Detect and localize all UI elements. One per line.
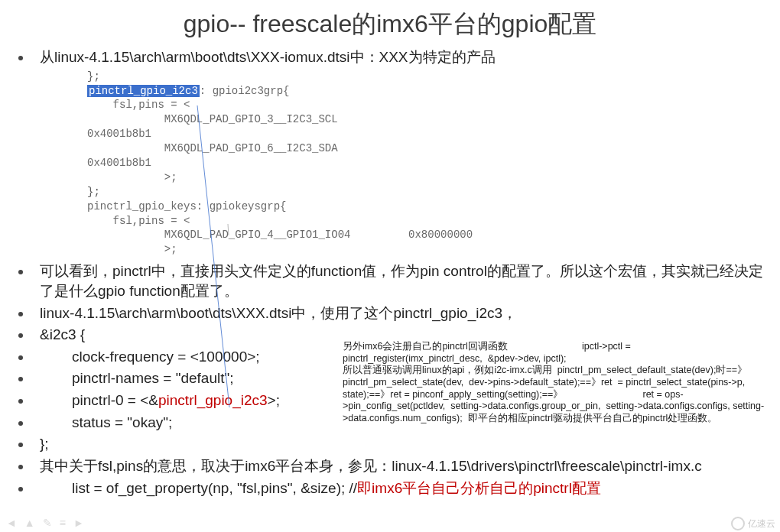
code-highlight: pinctrl_gpio_i2c3 [87,85,200,97]
arrow-up-icon[interactable]: ▲ [24,517,35,529]
bullet-3-text: linux-4.1.15\arch\arm\boot\dts\XXX.dtsi中… [40,303,765,323]
code-snippet: }; pinctrl_gpio_i2c3: gpioi2c3grp{ fsl,p… [87,70,765,258]
bullet-icon [18,487,23,491]
bullet-icon [18,270,23,274]
bullet-icon [18,399,23,404]
toolbar-icons: ◄ ▲ ✎ ≡ ► [6,517,84,529]
menu-icon[interactable]: ≡ [60,517,66,529]
bullet-11-text: list = of_get_property(np, "fsl,pins", &… [40,478,765,498]
pinctrl-ref: pinctrl_gpio_i2c3 [158,392,268,408]
bullet-11: list = of_get_property(np, "fsl,pins", &… [18,478,765,498]
edit-icon[interactable]: ✎ [43,517,52,529]
watermark: 亿速云 [731,517,775,530]
slide-content: 从linux-4.1.15\arch\arm\boot\dts\XXX-iomu… [0,47,780,498]
bullet-2: 可以看到，pinctrl中，直接用头文件定义的function值，作为pin c… [18,261,765,300]
bullet-icon [18,333,23,338]
bullet-icon [18,312,23,316]
bullet-10: 其中关于fsl,pins的意思，取决于imx6平台本身，参见：linux-4.1… [18,456,765,476]
bullet-3: linux-4.1.15\arch\arm\boot\dts\XXX.dtsi中… [18,303,765,323]
bullet-10-text: 其中关于fsl,pins的意思，取决于imx6平台本身，参见：linux-4.1… [40,456,765,476]
bullet-icon [18,355,23,360]
bullet-1: 从linux-4.1.15\arch\arm\boot\dts\XXX-iomu… [18,47,765,67]
bullet-1-text: 从linux-4.1.15\arch\arm\boot\dts\XXX-iomu… [40,47,765,67]
bullet-icon [18,377,23,381]
bullet-9: }; [18,434,765,454]
logo-icon [731,517,745,530]
bullet-9-text: }; [40,434,765,454]
watermark-text: 亿速云 [748,517,775,530]
arrow-left-icon[interactable]: ◄ [6,517,17,529]
page-title: gpio-- freescale的imx6平台的gpio配置 [0,0,780,47]
side-note: 另外imx6会注册自己的pinctrl回调函数 ipctl->pctl = pi… [343,341,771,424]
bullet-2-text: 可以看到，pinctrl中，直接用头文件定义的function值，作为pin c… [40,261,765,300]
bullet-icon [18,443,23,447]
bullet-icon [18,56,23,60]
arrow-right-icon[interactable]: ► [73,517,84,529]
red-comment: 即imx6平台自己分析自己的pinctrl配置 [357,480,601,496]
bullet-icon [18,421,23,426]
bullet-icon [18,465,23,469]
